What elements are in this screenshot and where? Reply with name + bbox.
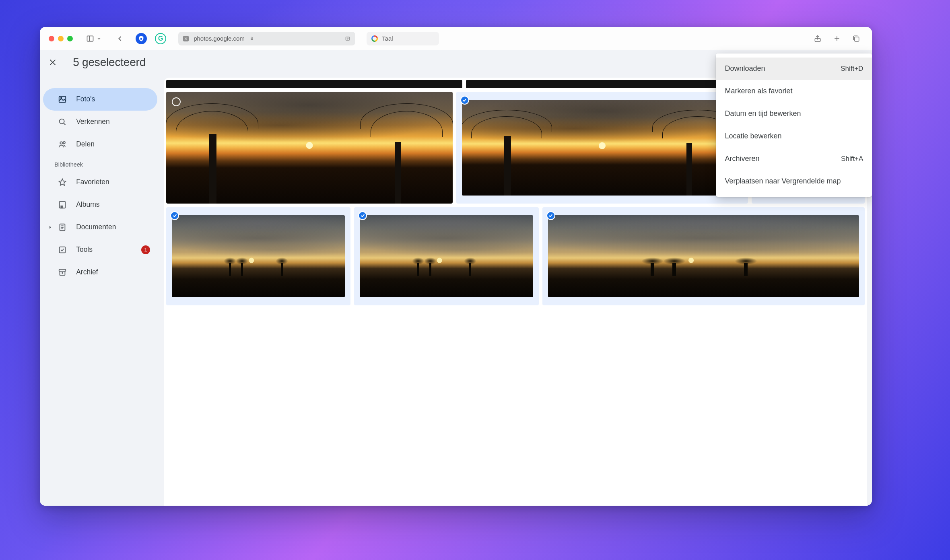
sidebar-section-library: Bibliotheek [40, 156, 161, 171]
selection-checkbox-checked[interactable] [546, 211, 555, 220]
sidebar-item-label: Documenten [76, 223, 116, 231]
photo-thumbnail-selected[interactable] [166, 207, 350, 305]
photo-thumbnail-selected[interactable] [542, 207, 865, 305]
menu-item-move-locked[interactable]: Verplaatsen naar Vergrendelde map [716, 170, 872, 193]
photo-thumbnail[interactable] [166, 92, 452, 204]
new-tab-icon[interactable] [833, 34, 841, 43]
svg-rect-13 [855, 37, 859, 41]
url-text: photos.google.com [194, 35, 245, 42]
context-menu: Downloaden Shift+D Markeren als favoriet… [716, 54, 872, 197]
star-icon [58, 178, 67, 187]
album-icon [58, 200, 67, 209]
selection-checkbox-empty[interactable] [172, 97, 181, 106]
sidebar-item-share[interactable]: Delen [43, 133, 157, 156]
svg-marker-25 [49, 226, 51, 229]
search-field[interactable]: Taal [367, 32, 439, 45]
selection-header: 5 geselecteerd [44, 54, 146, 71]
sidebar-nav: Foto's Verkennen Delen Bibliotheek [40, 50, 161, 506]
address-bar[interactable]: photos.google.com [178, 32, 355, 45]
menu-item-label: Archiveren [725, 154, 759, 163]
menu-item-edit-location[interactable]: Locatie bewerken [716, 125, 872, 148]
sidebar-item-label: Favorieten [76, 178, 109, 186]
menu-item-label: Verplaatsen naar Vergrendelde map [725, 177, 841, 185]
svg-rect-31 [59, 269, 66, 271]
window-controls [49, 36, 73, 41]
window-minimize-button[interactable] [58, 36, 64, 41]
photo-thumbnail-selected[interactable] [354, 207, 538, 305]
reader-mode-icon[interactable] [345, 36, 350, 41]
menu-item-label: Datum en tijd bewerken [725, 109, 801, 118]
svg-point-18 [60, 119, 64, 124]
people-icon [58, 140, 67, 149]
selection-checkbox-checked[interactable] [460, 96, 469, 105]
sidebar-item-label: Delen [76, 140, 95, 148]
svg-point-17 [61, 97, 62, 99]
sidebar-item-label: Verkennen [76, 117, 110, 126]
svg-marker-22 [59, 179, 66, 185]
search-value: Taal [382, 35, 393, 42]
photo-thumbnail-selected[interactable] [456, 92, 748, 204]
adblock-extension-icon[interactable] [136, 33, 147, 44]
browser-window: G photos.google.com Taal [40, 27, 872, 506]
svg-point-20 [60, 142, 62, 144]
svg-point-21 [63, 142, 65, 144]
search-icon [58, 117, 67, 126]
sidebar-item-favorites[interactable]: Favorieten [43, 171, 157, 194]
photo-thumbnail[interactable] [166, 80, 462, 88]
menu-item-shortcut: Shift+A [841, 155, 863, 163]
svg-rect-2 [140, 38, 142, 40]
svg-rect-0 [87, 36, 93, 41]
menu-item-edit-datetime[interactable]: Datum en tijd bewerken [716, 103, 872, 125]
window-zoom-button[interactable] [67, 36, 73, 41]
sidebar-item-photos[interactable]: Foto's [43, 88, 157, 111]
sidebar-dropdown-icon[interactable] [95, 34, 103, 43]
sidebar-toggle-icon[interactable] [86, 34, 95, 43]
selection-checkbox-checked[interactable] [170, 211, 179, 220]
grammarly-extension-icon[interactable]: G [155, 33, 166, 44]
selection-count-title: 5 geselecteerd [73, 56, 146, 69]
svg-line-19 [64, 123, 65, 125]
photos-icon [58, 95, 67, 104]
menu-item-label: Downloaden [725, 64, 765, 73]
sidebar-item-albums[interactable]: Albums [43, 194, 157, 216]
tabs-overview-icon[interactable] [852, 34, 861, 43]
tools-icon [58, 245, 67, 254]
menu-item-favorite[interactable]: Markeren als favoriet [716, 80, 872, 103]
sidebar-item-archive[interactable]: Archief [43, 261, 157, 284]
page-content: 5 geselecteerd Foto's Verkennen [40, 50, 872, 506]
sidebar-item-label: Foto's [76, 95, 95, 103]
svg-rect-30 [60, 247, 66, 253]
sidebar-item-documents[interactable]: Documenten [43, 216, 157, 239]
share-icon[interactable] [813, 34, 822, 43]
document-icon [58, 223, 67, 232]
desktop-wallpaper: G photos.google.com Taal [0, 0, 950, 560]
sidebar-item-label: Archief [76, 268, 98, 276]
sidebar-item-tools[interactable]: Tools 1 [43, 239, 157, 261]
sidebar-item-label: Albums [76, 200, 99, 209]
browser-titlebar: G photos.google.com Taal [40, 27, 872, 50]
window-close-button[interactable] [49, 36, 54, 41]
archive-icon [58, 268, 67, 277]
lock-icon [249, 36, 254, 41]
back-button-icon[interactable] [115, 34, 124, 43]
photo-thumbnail[interactable] [466, 80, 756, 88]
menu-item-label: Locatie bewerken [725, 132, 781, 140]
menu-item-shortcut: Shift+D [841, 65, 863, 73]
menu-item-archive[interactable]: Archiveren Shift+A [716, 148, 872, 170]
svg-rect-24 [61, 206, 62, 208]
chevron-right-icon [48, 225, 53, 230]
tools-badge: 1 [141, 245, 150, 254]
sidebar-item-explore[interactable]: Verkennen [43, 111, 157, 133]
google-icon [371, 35, 378, 42]
site-close-icon[interactable] [183, 36, 189, 41]
svg-rect-5 [251, 38, 253, 40]
menu-item-download[interactable]: Downloaden Shift+D [716, 58, 872, 80]
menu-item-label: Markeren als favoriet [725, 87, 792, 95]
sidebar-item-label: Tools [76, 245, 93, 254]
clear-selection-button[interactable] [44, 54, 62, 71]
